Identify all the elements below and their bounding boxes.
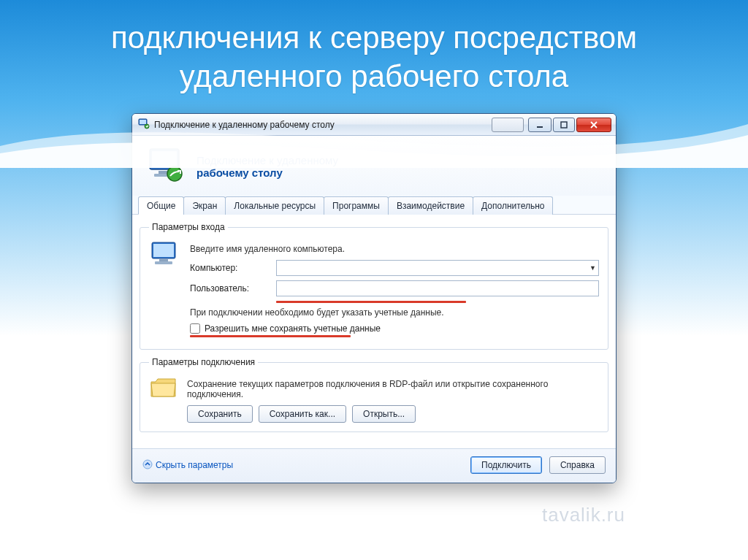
computer-icon [149,239,181,272]
connection-params-group: Параметры подключения Сохранение текущих… [140,357,608,432]
svg-point-14 [143,460,152,469]
login-instruction: Введите имя удаленного компьютера. [190,244,599,254]
svg-rect-1 [140,120,146,124]
svg-rect-12 [159,259,168,261]
tab-1[interactable]: Экран [183,196,226,215]
svg-rect-4 [561,122,567,128]
computer-input[interactable] [276,260,599,276]
tab-5[interactable]: Дополнительно [473,196,553,215]
svg-rect-13 [155,261,172,264]
login-legend: Параметры входа [149,222,228,232]
tab-panel-general: Параметры входа Введите имя удаленного к… [132,215,616,448]
save-button[interactable]: Сохранить [187,405,253,423]
hide-options-label: Скрыть параметры [156,460,233,470]
conn-legend: Параметры подключения [149,357,258,367]
svg-rect-11 [153,244,174,257]
connect-button[interactable]: Подключить [470,456,542,474]
computer-label: Компьютер: [190,263,269,273]
hide-options-link[interactable]: Скрыть параметры [142,459,233,472]
tab-4[interactable]: Взаимодействие [388,196,473,215]
app-icon [138,118,150,131]
user-input[interactable] [276,280,599,296]
save-credentials-checkbox[interactable] [190,323,200,334]
save-credentials-label: Разрешить мне сохранять учетные данные [205,323,381,334]
folder-icon [149,375,178,401]
save-as-button[interactable]: Сохранить как... [259,405,346,423]
minimize-button[interactable] [528,118,552,132]
conn-desc: Сохранение текущих параметров подключени… [187,379,599,399]
remote-desktop-icon [145,146,186,187]
login-note: При подключении необходимо будет указать… [190,307,599,318]
tab-strip: ОбщиеЭкранЛокальные ресурсыПрограммыВзаи… [132,196,616,215]
open-button[interactable]: Открыть... [352,405,416,423]
window-title: Подключение к удаленному рабочему столу [154,120,487,130]
svg-rect-6 [152,151,177,167]
header-line1: Подключение к удаленному [196,154,338,166]
tab-0[interactable]: Общие [138,196,184,215]
tab-2[interactable]: Локальные ресурсы [225,196,324,215]
titlebar-extra-button[interactable] [492,118,524,132]
watermark: tavalik.ru [542,504,625,526]
dialog-footer: Скрыть параметры Подключить Справка [132,448,616,483]
login-params-group: Параметры входа Введите имя удаленного к… [140,222,608,350]
chevron-up-icon [142,459,153,472]
header-line2: рабочему столу [196,166,338,179]
highlight-underline-checkbox [190,335,351,337]
help-button[interactable]: Справка [549,456,606,474]
user-label: Пользователь: [190,283,269,294]
maximize-button[interactable] [553,118,575,132]
close-button[interactable] [576,118,611,132]
svg-point-2 [145,124,149,129]
tab-3[interactable]: Программы [324,196,389,215]
rdp-dialog: Подключение к удаленному рабочему столу [131,113,617,483]
slide-title: подключения к серверу посредством удален… [0,0,748,103]
svg-rect-3 [537,126,543,128]
dialog-header: Подключение к удаленному рабочему столу [132,136,616,196]
titlebar[interactable]: Подключение к удаленному рабочему столу [132,114,616,136]
highlight-underline-user [276,301,466,303]
